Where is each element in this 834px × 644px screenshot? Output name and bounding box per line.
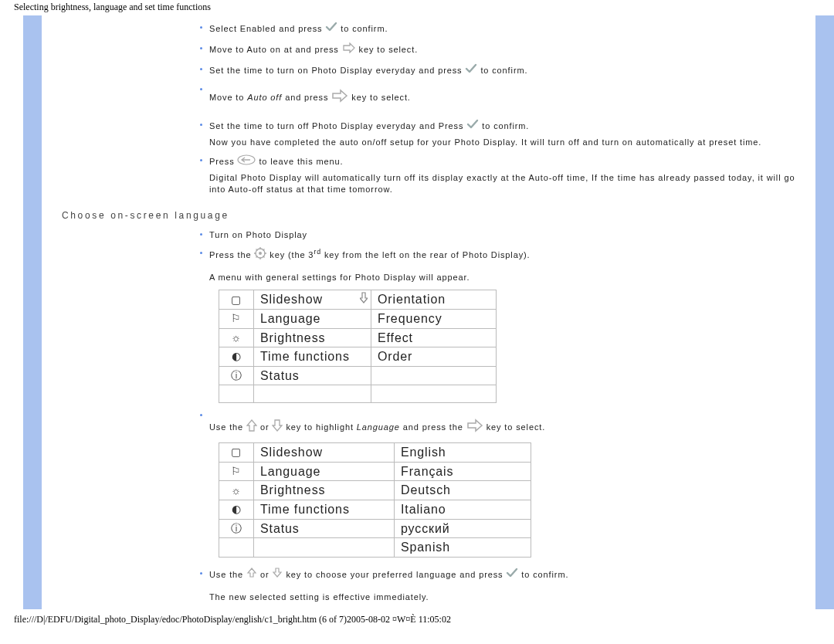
table-row: ⚐LanguageFrançais <box>219 462 531 481</box>
check-icon <box>325 22 337 36</box>
left-vbar <box>23 15 42 609</box>
step-auto-on: Move to Auto on at and press key to sele… <box>200 43 806 57</box>
arrow-down-icon <box>272 568 283 581</box>
step-turnon: Turn on Photo Display <box>200 229 806 241</box>
text: key (the 3 <box>270 249 314 259</box>
table-row: ⚐LanguageFrequency <box>219 309 497 328</box>
page-header: Selecting brightness, language and set t… <box>0 0 834 13</box>
text: Press <box>209 157 237 166</box>
arrow-down-icon <box>272 419 283 435</box>
table-row: ▢SlideshowOrientation <box>219 290 497 310</box>
text: to confirm. <box>482 121 529 130</box>
menu-icon: ☼ <box>219 328 254 347</box>
page-footer: file:///D|/EDFU/Digital_photo_Display/ed… <box>14 614 834 625</box>
arrow-up-icon <box>246 419 257 435</box>
text-em: Auto off <box>247 92 282 101</box>
table-row: ◐Time functionsItaliano <box>219 500 531 519</box>
menu-icon: ☼ <box>219 481 254 500</box>
table-row: ⓘStatusрусский <box>219 519 531 538</box>
step-auto-off: Move to Auto off and press key to select… <box>200 85 806 107</box>
check-icon <box>466 119 479 133</box>
back-icon <box>237 154 256 168</box>
menu-value: Deutsch <box>395 481 531 500</box>
menu-value: English <box>395 443 531 463</box>
check-icon <box>506 568 518 581</box>
step-highlight-lang: Use the or key to highlight Language and… <box>200 410 806 557</box>
arrow-right-icon <box>342 42 356 56</box>
text: key to highlight <box>286 422 356 432</box>
menu-label: Status <box>254 366 371 385</box>
text: Set the time to turn on Photo Display ev… <box>209 66 465 75</box>
menu-label: Slideshow <box>254 290 371 310</box>
table-row <box>219 385 497 403</box>
menu-icon: ⚐ <box>219 462 254 481</box>
menu-icon: ⓘ <box>219 519 254 538</box>
text: or <box>260 570 272 579</box>
text: key to choose your preferred language an… <box>286 570 506 579</box>
menu-icon: ▢ <box>219 443 254 463</box>
text: to confirm. <box>521 570 568 579</box>
menu-label: Brightness <box>254 481 395 500</box>
menu-label: Time functions <box>254 500 395 519</box>
menu-icon <box>219 538 254 558</box>
text-em: Language <box>357 422 400 432</box>
text: key to select. <box>351 92 411 101</box>
table-row: ▢SlideshowEnglish <box>219 443 531 463</box>
page-frame: Select Enabled and press to confirm. Mov… <box>23 15 834 609</box>
arrow-right-icon <box>466 419 483 436</box>
note: The new selected setting is effective im… <box>209 591 806 603</box>
menu-icon: ▢ <box>219 290 254 310</box>
text: key from the left on the rear of Photo D… <box>321 249 531 259</box>
menu-label: Language <box>254 462 395 481</box>
step-press-gear: Press the key (the 3rd key from the left… <box>200 248 806 404</box>
menu-label: Status <box>254 519 395 538</box>
menu-value: Spanish <box>395 538 531 558</box>
note: A menu with general settings for Photo D… <box>209 272 806 283</box>
menu-label: Brightness <box>254 328 371 347</box>
step-enabled: Select Enabled and press to confirm. <box>200 22 806 36</box>
menu-table-1: ▢SlideshowOrientation⚐LanguageFrequency☼… <box>219 290 497 403</box>
content-body: Select Enabled and press to confirm. Mov… <box>42 22 806 602</box>
menu-icon: ⚐ <box>219 309 254 328</box>
right-vbar <box>815 15 834 609</box>
text: to confirm. <box>480 66 527 75</box>
note: Now you have completed the auto on/off s… <box>209 137 806 148</box>
menu-value: Order <box>371 347 497 367</box>
table-row: ☼BrightnessDeutsch <box>219 481 531 500</box>
sup: rd <box>314 248 321 256</box>
text: key to select. <box>486 422 546 432</box>
menu-value: Italiano <box>395 500 531 519</box>
menu-value <box>371 385 497 403</box>
table-row: Spanish <box>219 538 531 558</box>
table-row: ⓘStatus <box>219 366 497 385</box>
text: key to select. <box>359 45 419 54</box>
text: to confirm. <box>341 24 388 33</box>
menu-label: Time functions <box>254 347 371 367</box>
menu-label: Slideshow <box>254 443 395 463</box>
step-choose-lang: Use the or key to choose your preferred … <box>200 568 806 603</box>
text: Move to <box>209 92 247 101</box>
text: Select Enabled and press <box>209 24 325 33</box>
text: Use the <box>209 422 246 432</box>
menu-label <box>254 385 371 403</box>
menu-value: Frequency <box>371 309 497 328</box>
section-heading: Choose on-screen language <box>42 209 806 222</box>
step-set-on-time: Set the time to turn on Photo Display ev… <box>200 64 806 78</box>
menu-value: Orientation <box>371 290 497 310</box>
text: Press the <box>209 249 254 259</box>
text: Use the <box>209 570 246 579</box>
menu-icon <box>219 385 254 403</box>
menu-value: русский <box>395 519 531 538</box>
menu-value: Effect <box>371 328 497 347</box>
menu-label: Language <box>254 309 371 328</box>
menu-value <box>371 366 497 385</box>
menu-table-2: ▢SlideshowEnglish⚐LanguageFrançais☼Brigh… <box>219 442 531 558</box>
table-row: ☼BrightnessEffect <box>219 328 497 347</box>
menu-value: Français <box>395 462 531 481</box>
text: Set the time to turn off Photo Display e… <box>209 121 466 130</box>
note: Digital Photo Display will automatically… <box>209 172 806 195</box>
menu-icon: ◐ <box>219 500 254 519</box>
menu-icon: ⓘ <box>219 366 254 385</box>
arrow-up-icon <box>246 568 257 581</box>
gear-icon <box>254 247 266 263</box>
